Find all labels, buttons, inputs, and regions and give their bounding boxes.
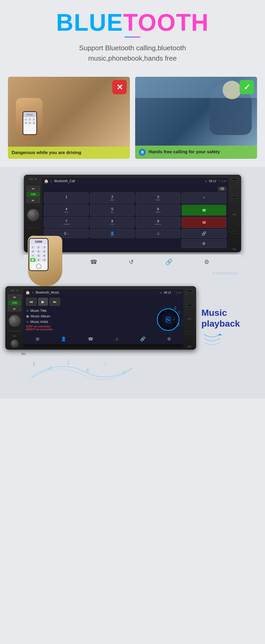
mk-0: 0 [36, 258, 41, 262]
music-radio-left: MIC IR ⏮ O/M ⏭ VOL [8, 289, 21, 348]
a2dp-status: A2DP not connected [26, 325, 154, 328]
mini-keypad: 1 2 3 4 5 6 7 8 9 ☎ 0 # [29, 245, 48, 263]
key-star[interactable]: * [182, 192, 226, 204]
bluetooth-header: BLUETOOTH Support Bluetooth calling,blue… [0, 0, 265, 71]
music-next-control[interactable]: ⏭ [50, 298, 60, 306]
music-res-label: RES [188, 346, 191, 348]
music-window-icon: □ [176, 291, 178, 294]
track-artist-row: ♫ Music Artist [26, 319, 154, 324]
key-1[interactable]: 1 ○ [44, 192, 89, 204]
usb-port-2 [232, 196, 237, 198]
note-1: ♪ [174, 304, 177, 311]
music-next-btn[interactable]: ⏭ [8, 306, 21, 311]
music-usb-1 [187, 290, 192, 292]
music-main-knob[interactable] [9, 315, 20, 327]
call-btn-group-top: ⏮ O/M ⏭ [26, 186, 40, 203]
music-usb-2 [187, 304, 192, 306]
music-note-icon-1: ♫ [26, 308, 29, 313]
om-btn[interactable]: O/M [26, 192, 40, 197]
track-album-row: ◉ Music Album [26, 314, 154, 318]
window-icon: □ [222, 180, 223, 183]
watermark-text: CARTAOTAO [213, 271, 238, 275]
next-track-btn[interactable]: ⏭ [26, 198, 40, 203]
mk-8: 8 [36, 254, 41, 258]
chain-icon: 🔗 [165, 259, 173, 265]
call-screen: 🏠 ≡ Bluetooth_Call ● 08:12 ⌃ □ ↩ [42, 178, 228, 250]
keypad-with-wave: ⌫ 1 ○ 2 ABC 3 DEF * 4 GHI 5 JKL 6 MNO [42, 184, 228, 250]
key-6[interactable]: 6 MNO [136, 205, 180, 216]
res-label: RES [233, 248, 236, 250]
call-screen-header-icons: ⌃ □ ↩ [218, 180, 226, 183]
bt-small-icon: ⎘ [139, 149, 146, 156]
music-divider [8, 331, 21, 331]
music-vol-knob[interactable] [11, 340, 19, 348]
end-call-btn[interactable]: ☎ [182, 217, 226, 228]
mk-hash: # [42, 258, 47, 262]
prev-track-btn[interactable]: ⏮ [26, 186, 40, 191]
back-icon: ↩ [224, 180, 226, 183]
music-prev-btn[interactable]: ⏮ [8, 295, 21, 300]
track-title-row: ♫ Music Title [26, 308, 154, 313]
right-speech-bubble: ⎘ Hands free calling for your safety [135, 146, 257, 159]
svg-marker-0 [218, 334, 222, 335]
playback-controls: ⏮ ▶ ⏭ [23, 296, 183, 307]
key-9[interactable]: 9 WXYZ [136, 217, 180, 228]
music-usb-3 [187, 332, 192, 334]
ir-label-call: IR [35, 178, 37, 180]
key-4[interactable]: 4 GHI [44, 205, 89, 216]
main-knob[interactable] [27, 209, 39, 221]
nav-user-btn[interactable]: 👤 [59, 335, 68, 343]
mk-4: 4 [30, 250, 36, 253]
track-text-info: ♫ Music Title ◉ Music Album ♫ Music Arti… [26, 308, 154, 332]
home-icon: 🏠 [44, 179, 48, 183]
key-2[interactable]: 2 ABC [90, 192, 135, 204]
call-btn[interactable]: ☎ [182, 205, 226, 216]
mk-1: 1 [30, 245, 36, 249]
settings-icon-btn[interactable]: ⚙ [182, 239, 226, 248]
nav-link-btn[interactable]: 🔗 [138, 335, 148, 343]
music-curves-svg [26, 356, 132, 382]
music-note-icon-2: ◉ [26, 314, 29, 318]
usb-port-3 [232, 231, 237, 233]
music-header-icons: ⌃ □ ↩ [173, 291, 181, 294]
nav-music-btn[interactable]: ♫ [113, 335, 121, 343]
key-7[interactable]: 7 PQRS [44, 217, 89, 228]
key-5[interactable]: 5 JKL [90, 205, 135, 216]
phone-ring-icon: ☎ [90, 259, 97, 265]
comparison-card-right: ✓ ⎘ Hands free calling for your safety [135, 77, 257, 159]
keypad-bottom-row: 0 + 👤 ♫ 🔗 [44, 229, 226, 238]
key-3[interactable]: 3 DEF [136, 192, 180, 204]
bt-signal-dot: ● [205, 180, 207, 183]
music-radio-unit: MIC IR ⏮ O/M ⏭ VOL 🏠 ≡ Blue [5, 286, 196, 350]
nav-grid-btn[interactable]: ⊞ [34, 335, 41, 343]
gear-icon: ⚙ [204, 259, 209, 265]
nav-phone-btn[interactable]: ☎ [86, 335, 95, 343]
delete-btn[interactable]: ⌫ [218, 186, 226, 191]
left-speech-bubble: Dangerous while you are driving [8, 147, 130, 159]
music-play-control[interactable]: ▶ [38, 298, 48, 306]
call-screen-title: Bluetooth_Call [54, 179, 203, 183]
music-prev-control[interactable]: ⏮ [26, 298, 37, 306]
key-8[interactable]: 8 TUV [90, 217, 135, 228]
contact-icon-btn[interactable]: 👤 [90, 229, 135, 238]
music-signal-icon: ≡ [32, 291, 34, 294]
music-om-btn[interactable]: O/M [8, 300, 21, 305]
music-device-section: MIC IR ⏮ O/M ⏭ VOL 🏠 ≡ Blue [0, 281, 265, 398]
note-2: ♫ [177, 309, 181, 315]
radio-right-panel: AUX RES [231, 178, 238, 250]
right-bubble-text: Hands free calling for your safety [149, 149, 220, 154]
mk-7: 7 [30, 254, 36, 258]
music-screen-time: 08:12 [164, 291, 171, 294]
nav-settings-btn[interactable]: ⚙ [165, 335, 173, 343]
mk-9: 9 [42, 254, 47, 258]
avrcp-status: AVRCP not connected [26, 328, 154, 331]
link-icon-btn[interactable]: 🔗 [182, 229, 226, 238]
mini-phone-number: 10086 [35, 240, 42, 243]
music-icon-btn[interactable]: ♫ [136, 229, 180, 238]
music-playback-label-area: Music playback [196, 286, 249, 349]
title-blue-part: BLUE [56, 9, 123, 36]
music-screen-title: Bluetooth_Music [36, 291, 158, 294]
divider [26, 228, 40, 228]
call-device-section: MIC IR ⏮ O/M ⏭ VOL 🏠 ≡ Blue [0, 167, 265, 281]
ir-label-music: IR [16, 289, 18, 292]
